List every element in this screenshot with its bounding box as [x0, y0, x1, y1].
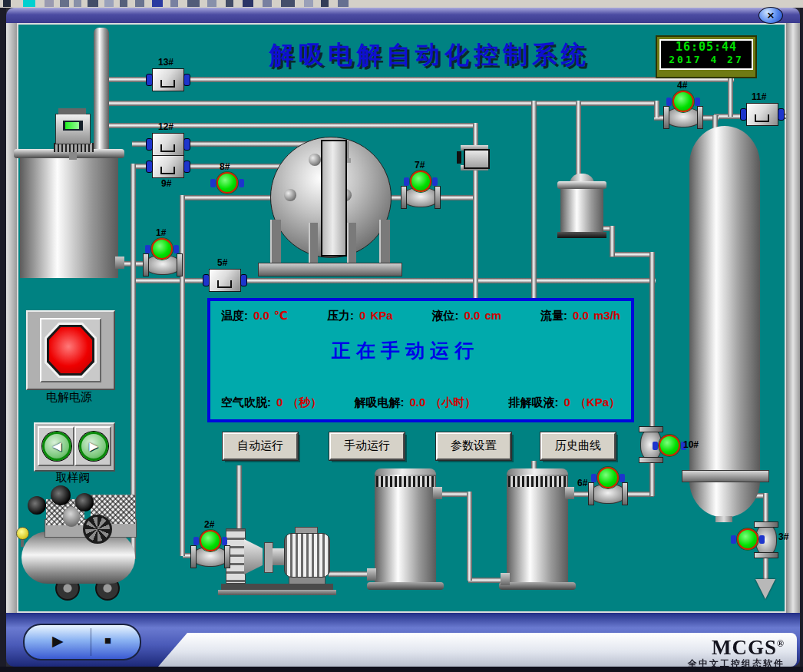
window-close-button[interactable]: ×	[758, 7, 783, 24]
valve-13[interactable]	[152, 68, 184, 91]
metric-unit: ℃	[269, 309, 288, 322]
valve-4-label: 4#	[677, 80, 687, 91]
valve-6-label: 6#	[577, 478, 587, 488]
registered-mark: ®	[777, 638, 785, 649]
toolbar-icon	[3, 0, 11, 7]
toolbar-icon	[45, 0, 54, 7]
storage-tank-2-base	[499, 582, 576, 590]
toolbar-icon	[243, 0, 253, 7]
metric-value: 0.0	[567, 309, 589, 322]
electrolysis-power-button[interactable]	[49, 327, 92, 373]
branding-strip: MCGS® 全中文工控组态软件	[158, 633, 797, 667]
logo-text: MCGS	[712, 636, 777, 659]
valve-10-label: 10#	[683, 439, 699, 450]
window-titlebar[interactable]	[6, 8, 800, 23]
history-curve-button[interactable]: 历史曲线	[540, 432, 616, 460]
valve-7-label: 7#	[415, 160, 425, 170]
valve-3-label: 3#	[778, 531, 788, 542]
manual-run-button[interactable]: 手动运行	[329, 432, 405, 460]
valve-9-label: 9#	[161, 178, 171, 189]
column-outlet-stub	[715, 516, 732, 522]
valve-1-light[interactable]	[151, 238, 173, 260]
filter-vessel-cap	[557, 181, 606, 189]
toolbar-icon	[338, 0, 349, 7]
sphere-stand-base	[258, 263, 402, 276]
toolbar-icon	[263, 0, 272, 7]
param-setup-button[interactable]: 参数设置	[436, 432, 511, 460]
valve-4-light[interactable]	[672, 91, 694, 112]
sphere-port	[284, 189, 296, 201]
toolbar-icon	[60, 0, 69, 7]
power-button-bezel	[40, 318, 101, 382]
desktop-toolbar-sliver	[0, 0, 803, 8]
valve-5-label: 5#	[217, 257, 227, 268]
counter-electrolysis: 解吸电解:0.0（小时）	[354, 396, 476, 410]
mcgs-logo: MCGS® 全中文工控组态软件	[688, 634, 785, 670]
screen-edge	[0, 8, 6, 668]
toolbar-icon	[321, 0, 329, 7]
toolbar-icon	[187, 0, 200, 7]
sphere-column	[321, 140, 347, 257]
counter-label: 排解吸液:	[508, 396, 558, 409]
valve-11[interactable]	[746, 103, 778, 126]
counters-row: 空气吹脱:0（秒） 解吸电解:0.0（小时） 排解吸液:0（KPa）	[210, 396, 631, 410]
sampling-left-button[interactable]: ◀	[38, 426, 74, 466]
valve-5[interactable]	[209, 269, 241, 292]
valve-7-light[interactable]	[410, 170, 431, 192]
valve-8-light[interactable]	[216, 172, 238, 194]
scada-screen: ×	[0, 0, 803, 672]
play-icon[interactable]: ▶	[52, 632, 64, 650]
pipe	[531, 101, 537, 299]
pump-base	[218, 590, 336, 595]
stop-icon[interactable]: ■	[104, 634, 111, 647]
tank-port	[501, 573, 510, 585]
sampling-right-button[interactable]: ▶	[74, 426, 111, 466]
metric-value: 0.0	[248, 309, 269, 322]
arrow-left-icon[interactable]: ◀	[42, 432, 71, 461]
counter-discharge: 排解吸液:0（KPa）	[508, 396, 620, 410]
vent-stack	[94, 28, 109, 157]
metric-pressure: 压力:0KPa	[327, 309, 393, 323]
metric-label: 流量:	[540, 309, 567, 322]
toolbar-icon	[281, 0, 295, 7]
storage-tank-1	[375, 475, 436, 585]
sphere-port	[309, 154, 321, 166]
drain-arrow-icon	[755, 579, 775, 599]
flow-sensor	[464, 149, 490, 169]
storage-tank-1-base	[367, 582, 444, 590]
runtime-controls: ▶ ■	[23, 624, 141, 660]
valve-9[interactable]	[152, 155, 184, 178]
toolbar-icon	[23, 0, 35, 7]
valve-10-light[interactable]	[659, 435, 680, 456]
storage-tank-2-vents	[508, 476, 567, 487]
compressor-cylinder	[51, 485, 71, 505]
metric-unit: cm	[480, 309, 501, 322]
sphere-stand-leg	[379, 220, 390, 264]
pump-base	[221, 584, 333, 590]
window-left-border	[6, 23, 17, 613]
valve-6-light[interactable]	[597, 467, 619, 488]
toolbar-icon	[74, 0, 81, 7]
mixing-tank	[20, 158, 118, 278]
auto-run-button[interactable]: 自动运行	[223, 432, 298, 460]
valve-12-label: 12#	[158, 121, 173, 132]
pipe	[576, 101, 581, 180]
toolbar-icon	[135, 0, 144, 7]
valve-3-light[interactable]	[737, 528, 758, 550]
toolbar-icon	[152, 0, 163, 7]
arrow-right-icon[interactable]: ▶	[79, 432, 108, 461]
metric-temperature: 温度:0.0℃	[221, 309, 288, 323]
counter-value: 0	[271, 396, 283, 409]
counter-label: 空气吹脱:	[221, 396, 271, 409]
pipe	[610, 226, 615, 257]
metric-label: 温度:	[221, 309, 248, 322]
valve-2-light[interactable]	[200, 530, 221, 551]
metric-unit: m3/h	[589, 309, 620, 322]
counter-value: 0.0	[404, 396, 425, 409]
tank-port	[367, 568, 376, 581]
pipe	[649, 458, 655, 496]
metric-level: 液位:0.0cm	[432, 309, 502, 323]
valve-12[interactable]	[152, 133, 184, 156]
agitator-shaft	[69, 152, 77, 160]
digital-clock: 16:05:44 2017 4 27	[656, 35, 757, 78]
